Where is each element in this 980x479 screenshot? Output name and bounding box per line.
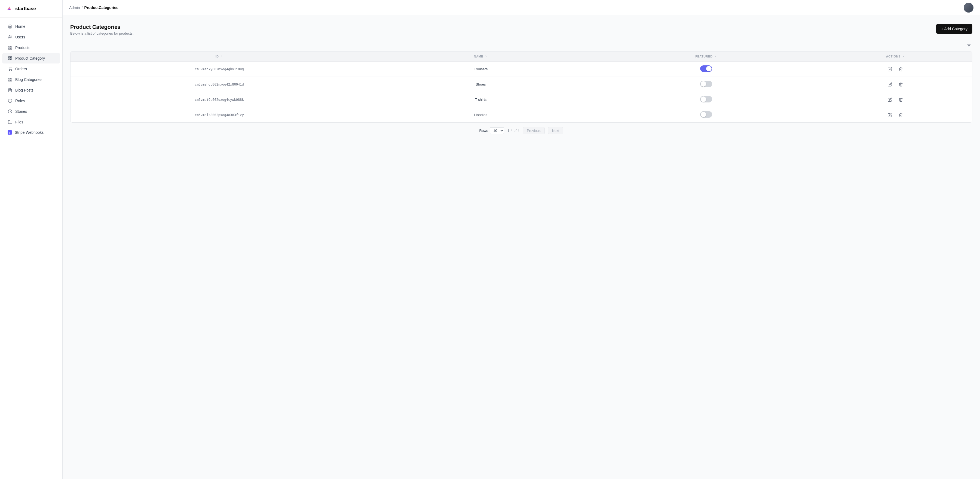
cell-actions [819, 62, 972, 77]
stories-icon [8, 109, 13, 114]
cell-name: Trousers [368, 62, 593, 77]
svg-rect-13 [10, 78, 12, 79]
sidebar-item-orders-label: Orders [15, 67, 27, 71]
orders-icon [8, 67, 13, 71]
edit-button-cm3vmeis8002pxog4o383fizy[interactable] [887, 112, 893, 118]
delete-button-cm3vmeh7y002mxog4ghv1i0ug[interactable] [897, 66, 904, 72]
trash-icon [899, 82, 903, 87]
blog-cat-icon [8, 77, 13, 82]
sort-icon-id [220, 55, 223, 58]
table-body: cm3vmeh7y002mxog4ghv1i0ugTrouserscm3vmeh… [70, 62, 972, 123]
filter-button[interactable] [965, 42, 972, 49]
filter-icon [966, 43, 971, 48]
avatar-image [964, 3, 974, 13]
home-icon [8, 24, 13, 29]
edit-icon [888, 97, 892, 102]
topbar: Admin / ProductCategories [63, 0, 980, 15]
delete-button-cm3vmei9c002oxog4cywk088k[interactable] [897, 96, 904, 103]
sidebar-item-products[interactable]: Products [2, 43, 60, 53]
cell-featured [593, 62, 819, 77]
pagination-row: Rows 10 5 20 50 1-4 of 4 Previous Next [70, 127, 972, 134]
add-category-button[interactable]: + Add Category [936, 24, 972, 34]
col-id[interactable]: ID [70, 51, 368, 62]
startbase-logo-icon [5, 5, 13, 13]
edit-button-cm3vmehqc002nxog42x80041d[interactable] [887, 81, 893, 88]
rows-per-page: Rows 10 5 20 50 [479, 127, 504, 134]
delete-button-cm3vmeis8002pxog4o383fizy[interactable] [897, 112, 904, 118]
blog-posts-icon [8, 88, 13, 93]
main-content: Admin / ProductCategories Product Catego… [63, 0, 980, 479]
sort-icon-actions [902, 55, 905, 58]
table-row: cm3vmei9c002oxog4cywk088kT-shirts [70, 92, 972, 107]
sidebar-item-users[interactable]: Users [2, 32, 60, 42]
sidebar-nav: Home Users Products Product Category Ord [0, 18, 62, 479]
svg-rect-3 [10, 46, 12, 48]
categories-table: ID NAME FEATURED [70, 51, 972, 123]
sidebar-item-orders[interactable]: Orders [2, 64, 60, 74]
filter-row [70, 42, 972, 49]
svg-rect-8 [10, 59, 12, 60]
roles-icon [8, 98, 13, 103]
cell-name: T-shirts [368, 92, 593, 107]
table-header-row: ID NAME FEATURED [70, 51, 972, 62]
sidebar-item-product-category-label: Product Category [15, 56, 45, 61]
logo-text: startbase [15, 6, 36, 11]
grid-icon [8, 56, 13, 61]
sidebar-item-blog-posts[interactable]: Blog Posts [2, 85, 60, 95]
toggle-cm3vmehqc002nxog42x80041d[interactable] [700, 81, 712, 87]
toggle-cm3vmei9c002oxog4cywk088k[interactable] [700, 96, 712, 102]
page-title: Product Categories [70, 24, 134, 30]
table-row: cm3vmeis8002pxog4o383fizyHoodies [70, 107, 972, 123]
breadcrumb-current: ProductCategories [84, 5, 118, 10]
page-header: Product Categories Below is a list of ca… [70, 24, 972, 35]
sidebar-item-stripe-webhooks[interactable]: S Stripe Webhooks [2, 128, 60, 137]
sidebar-item-roles-label: Roles [15, 99, 25, 103]
cell-featured [593, 107, 819, 123]
sidebar-item-users-label: Users [15, 35, 25, 39]
sidebar-item-blog-posts-label: Blog Posts [15, 88, 33, 93]
svg-rect-4 [10, 48, 12, 49]
breadcrumb-admin: Admin [69, 5, 80, 10]
table-row: cm3vmeh7y002mxog4ghv1i0ugTrousers [70, 62, 972, 77]
sidebar-item-stories[interactable]: Stories [2, 106, 60, 117]
svg-rect-12 [8, 78, 10, 79]
sidebar-item-files[interactable]: Files [2, 117, 60, 127]
trash-icon [899, 67, 903, 71]
cell-actions [819, 107, 972, 123]
sidebar-item-home[interactable]: Home [2, 21, 60, 32]
data-table: ID NAME FEATURED [70, 51, 972, 122]
col-actions[interactable]: ACTIONS [819, 51, 972, 62]
rows-select[interactable]: 10 5 20 50 [490, 127, 504, 134]
sort-icon-name [484, 55, 488, 58]
toggle-cm3vmeh7y002mxog4ghv1i0ug[interactable] [700, 65, 712, 72]
svg-rect-2 [8, 46, 10, 48]
sidebar-item-products-label: Products [15, 46, 30, 50]
col-name[interactable]: NAME [368, 51, 593, 62]
cell-name: Hoodies [368, 107, 593, 123]
sidebar-item-stories-label: Stories [15, 109, 27, 113]
svg-rect-14 [10, 80, 12, 81]
cell-name: Shoes [368, 77, 593, 92]
edit-button-cm3vmeh7y002mxog4ghv1i0ug[interactable] [887, 66, 893, 72]
page-body: Product Categories Below is a list of ca… [63, 15, 980, 479]
sidebar-item-product-category[interactable]: Product Category [2, 53, 60, 64]
page-info: 1-4 of 4 [508, 129, 519, 133]
previous-button[interactable]: Previous [523, 127, 545, 134]
svg-rect-7 [10, 57, 12, 58]
toggle-cm3vmeis8002pxog4o383fizy[interactable] [700, 111, 712, 118]
edit-button-cm3vmei9c002oxog4cywk088k[interactable] [887, 96, 893, 103]
next-button[interactable]: Next [548, 127, 563, 134]
breadcrumb: Admin / ProductCategories [69, 5, 118, 10]
svg-rect-5 [8, 48, 10, 49]
sidebar: startbase Home Users Products Product C [0, 0, 63, 479]
sidebar-item-roles[interactable]: Roles [2, 96, 60, 106]
user-avatar[interactable] [964, 3, 974, 13]
sidebar-item-blog-categories[interactable]: Blog Categories [2, 74, 60, 85]
cell-featured [593, 92, 819, 107]
sidebar-item-stripe-webhooks-label: Stripe Webhooks [15, 130, 43, 134]
delete-button-cm3vmehqc002nxog42x80041d[interactable] [897, 81, 904, 88]
col-featured[interactable]: FEATURED [593, 51, 819, 62]
breadcrumb-separator: / [82, 5, 83, 10]
products-icon [8, 45, 13, 50]
svg-point-1 [9, 35, 10, 37]
